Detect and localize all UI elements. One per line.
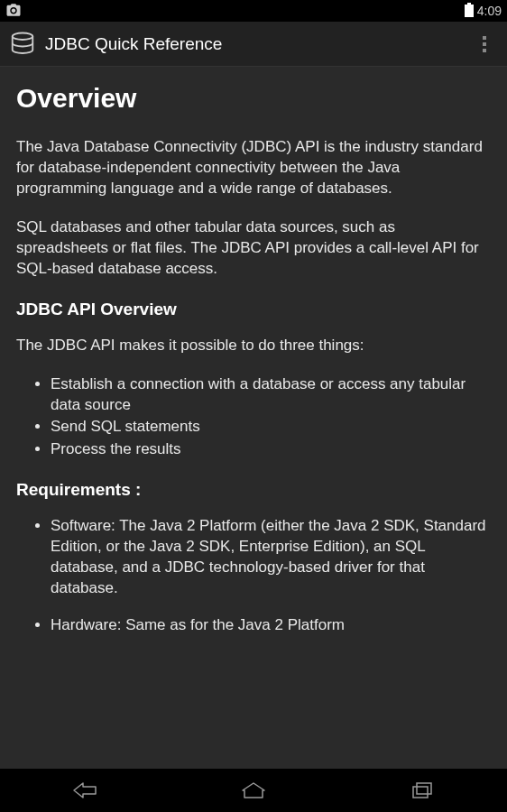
bullet-list: Establish a connection with a database o…: [16, 374, 491, 461]
navigation-bar: [0, 769, 507, 812]
battery-icon: [465, 5, 474, 17]
status-right: 4:09: [465, 4, 502, 18]
clock-text: 4:09: [477, 4, 502, 18]
list-item: Software: The Java 2 Platform (either th…: [51, 516, 491, 599]
paragraph: The JDBC API makes it possible to do thr…: [16, 336, 491, 356]
paragraph: SQL databases and other tabular data sou…: [16, 217, 491, 280]
content-area[interactable]: Overview The Java Database Connectivity …: [0, 67, 507, 769]
bullet-list: Software: The Java 2 Platform (either th…: [16, 516, 491, 636]
list-item: Send SQL statements: [51, 417, 491, 438]
back-button[interactable]: [49, 769, 121, 812]
overflow-menu-button[interactable]: [471, 31, 498, 58]
database-icon: [9, 31, 36, 58]
status-bar: 4:09: [0, 0, 507, 22]
status-left: [5, 2, 22, 21]
subheading: Requirements :: [16, 480, 491, 500]
subheading: JDBC API Overview: [16, 300, 491, 319]
home-button[interactable]: [217, 769, 290, 812]
svg-point-0: [13, 32, 33, 40]
svg-rect-1: [413, 787, 428, 798]
app-title: JDBC Quick Reference: [45, 34, 471, 54]
recent-apps-button[interactable]: [386, 769, 458, 812]
action-bar: JDBC Quick Reference: [0, 22, 507, 67]
list-item: Establish a connection with a database o…: [51, 374, 491, 416]
svg-rect-2: [417, 783, 431, 794]
list-item: Process the results: [51, 439, 491, 460]
page-heading: Overview: [16, 83, 491, 114]
list-item: Hardware: Same as for the Java 2 Platfor…: [51, 615, 491, 636]
paragraph: The Java Database Connectivity (JDBC) AP…: [16, 137, 491, 199]
camera-icon: [5, 2, 22, 21]
